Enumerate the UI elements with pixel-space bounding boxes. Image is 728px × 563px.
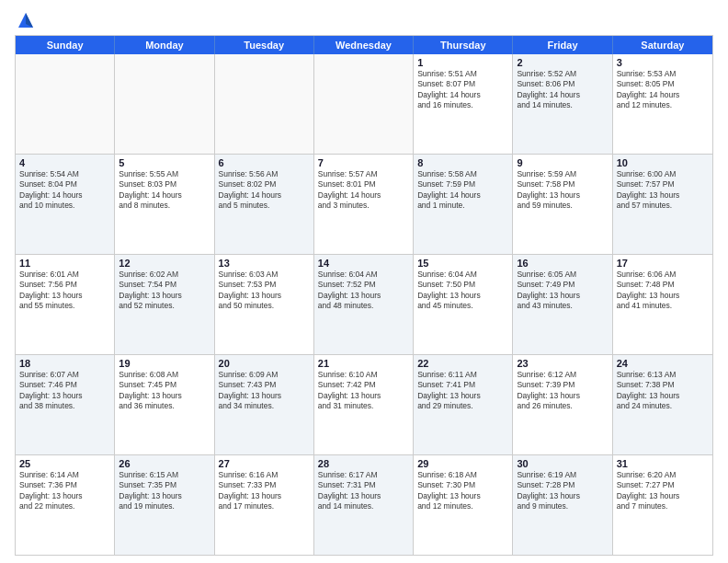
day-cell-18: 18Sunrise: 6:07 AM Sunset: 7:46 PM Dayli…	[16, 355, 115, 454]
day-number: 2	[517, 57, 608, 68]
day-info: Sunrise: 6:05 AM Sunset: 7:49 PM Dayligh…	[517, 270, 608, 312]
day-number: 27	[219, 458, 310, 469]
day-number: 28	[318, 458, 409, 469]
day-cell-6: 6Sunrise: 5:56 AM Sunset: 8:02 PM Daylig…	[215, 155, 314, 254]
day-info: Sunrise: 5:55 AM Sunset: 8:03 PM Dayligh…	[119, 169, 210, 212]
day-cell-10: 10Sunrise: 6:00 AM Sunset: 7:57 PM Dayli…	[613, 155, 712, 254]
day-cell-21: 21Sunrise: 6:10 AM Sunset: 7:42 PM Dayli…	[314, 355, 414, 454]
day-info: Sunrise: 5:54 AM Sunset: 8:04 PM Dayligh…	[19, 169, 110, 212]
day-cell-29: 29Sunrise: 6:18 AM Sunset: 7:30 PM Dayli…	[414, 455, 513, 555]
day-info: Sunrise: 6:18 AM Sunset: 7:30 PM Dayligh…	[417, 470, 508, 512]
day-cell-2: 2Sunrise: 5:52 AM Sunset: 8:06 PM Daylig…	[513, 54, 612, 154]
day-number: 11	[19, 258, 110, 269]
header-tuesday: Tuesday	[215, 36, 314, 54]
day-number: 5	[119, 157, 210, 168]
logo	[15, 11, 35, 29]
day-cell-19: 19Sunrise: 6:08 AM Sunset: 7:45 PM Dayli…	[115, 355, 214, 454]
calendar-row: 1Sunrise: 5:51 AM Sunset: 8:07 PM Daylig…	[16, 54, 712, 155]
header-wednesday: Wednesday	[314, 36, 414, 54]
day-cell-28: 28Sunrise: 6:17 AM Sunset: 7:31 PM Dayli…	[314, 455, 414, 555]
day-info: Sunrise: 6:02 AM Sunset: 7:54 PM Dayligh…	[119, 270, 210, 312]
day-info: Sunrise: 5:52 AM Sunset: 8:06 PM Dayligh…	[517, 69, 608, 111]
day-info: Sunrise: 5:58 AM Sunset: 7:59 PM Dayligh…	[417, 169, 508, 212]
day-number: 10	[617, 157, 709, 168]
day-number: 14	[318, 258, 409, 269]
day-number: 15	[417, 258, 508, 269]
day-info: Sunrise: 6:13 AM Sunset: 7:38 PM Dayligh…	[617, 370, 709, 412]
day-number: 9	[517, 157, 608, 168]
day-number: 30	[517, 458, 608, 469]
day-cell-26: 26Sunrise: 6:15 AM Sunset: 7:35 PM Dayli…	[115, 455, 214, 555]
day-info: Sunrise: 5:57 AM Sunset: 8:01 PM Dayligh…	[318, 169, 409, 212]
header	[15, 11, 713, 29]
calendar-row: 4Sunrise: 5:54 AM Sunset: 8:04 PM Daylig…	[16, 155, 712, 255]
day-number: 22	[417, 358, 508, 369]
day-info: Sunrise: 6:10 AM Sunset: 7:42 PM Dayligh…	[318, 370, 409, 412]
day-info: Sunrise: 6:19 AM Sunset: 7:28 PM Dayligh…	[517, 470, 608, 512]
day-number: 7	[318, 157, 409, 168]
day-info: Sunrise: 6:14 AM Sunset: 7:36 PM Dayligh…	[19, 470, 110, 512]
calendar-row: 25Sunrise: 6:14 AM Sunset: 7:36 PM Dayli…	[16, 455, 712, 555]
day-cell-8: 8Sunrise: 5:58 AM Sunset: 7:59 PM Daylig…	[414, 155, 513, 254]
day-number: 21	[318, 358, 409, 369]
day-info: Sunrise: 6:08 AM Sunset: 7:45 PM Dayligh…	[119, 370, 210, 412]
day-cell-23: 23Sunrise: 6:12 AM Sunset: 7:39 PM Dayli…	[513, 355, 612, 454]
day-info: Sunrise: 5:56 AM Sunset: 8:02 PM Dayligh…	[219, 169, 310, 212]
day-number: 4	[19, 157, 110, 168]
day-cell-25: 25Sunrise: 6:14 AM Sunset: 7:36 PM Dayli…	[16, 455, 115, 555]
day-info: Sunrise: 5:51 AM Sunset: 8:07 PM Dayligh…	[417, 69, 508, 111]
day-number: 19	[119, 358, 210, 369]
calendar-row: 18Sunrise: 6:07 AM Sunset: 7:46 PM Dayli…	[16, 355, 712, 455]
day-number: 24	[617, 358, 709, 369]
day-info: Sunrise: 6:12 AM Sunset: 7:39 PM Dayligh…	[517, 370, 608, 412]
day-number: 8	[417, 157, 508, 168]
day-number: 13	[219, 258, 310, 269]
empty-cell	[215, 54, 314, 154]
day-number: 26	[119, 458, 210, 469]
day-cell-17: 17Sunrise: 6:06 AM Sunset: 7:48 PM Dayli…	[613, 255, 712, 354]
empty-cell	[115, 54, 214, 154]
day-info: Sunrise: 6:06 AM Sunset: 7:48 PM Dayligh…	[617, 270, 709, 312]
header-monday: Monday	[115, 36, 214, 54]
day-number: 20	[219, 358, 310, 369]
day-cell-12: 12Sunrise: 6:02 AM Sunset: 7:54 PM Dayli…	[115, 255, 214, 354]
header-thursday: Thursday	[414, 36, 513, 54]
day-info: Sunrise: 6:04 AM Sunset: 7:52 PM Dayligh…	[318, 270, 409, 312]
day-cell-24: 24Sunrise: 6:13 AM Sunset: 7:38 PM Dayli…	[613, 355, 712, 454]
day-cell-27: 27Sunrise: 6:16 AM Sunset: 7:33 PM Dayli…	[215, 455, 314, 555]
day-cell-1: 1Sunrise: 5:51 AM Sunset: 8:07 PM Daylig…	[414, 54, 513, 154]
day-cell-5: 5Sunrise: 5:55 AM Sunset: 8:03 PM Daylig…	[115, 155, 214, 254]
header-saturday: Saturday	[613, 36, 712, 54]
day-info: Sunrise: 6:00 AM Sunset: 7:57 PM Dayligh…	[617, 169, 709, 212]
day-info: Sunrise: 6:11 AM Sunset: 7:41 PM Dayligh…	[417, 370, 508, 412]
day-info: Sunrise: 6:01 AM Sunset: 7:56 PM Dayligh…	[19, 270, 110, 312]
calendar-header: Sunday Monday Tuesday Wednesday Thursday…	[16, 36, 712, 54]
day-number: 6	[219, 157, 310, 168]
day-cell-16: 16Sunrise: 6:05 AM Sunset: 7:49 PM Dayli…	[513, 255, 612, 354]
day-info: Sunrise: 6:20 AM Sunset: 7:27 PM Dayligh…	[617, 470, 709, 512]
day-number: 25	[19, 458, 110, 469]
day-number: 12	[119, 258, 210, 269]
day-info: Sunrise: 6:07 AM Sunset: 7:46 PM Dayligh…	[19, 370, 110, 412]
day-number: 31	[617, 458, 709, 469]
day-info: Sunrise: 6:03 AM Sunset: 7:53 PM Dayligh…	[219, 270, 310, 312]
calendar-row: 11Sunrise: 6:01 AM Sunset: 7:56 PM Dayli…	[16, 255, 712, 355]
day-cell-15: 15Sunrise: 6:04 AM Sunset: 7:50 PM Dayli…	[414, 255, 513, 354]
day-info: Sunrise: 6:04 AM Sunset: 7:50 PM Dayligh…	[417, 270, 508, 312]
day-number: 29	[417, 458, 508, 469]
calendar: Sunday Monday Tuesday Wednesday Thursday…	[15, 35, 713, 556]
day-cell-3: 3Sunrise: 5:53 AM Sunset: 8:05 PM Daylig…	[613, 54, 712, 154]
day-cell-9: 9Sunrise: 5:59 AM Sunset: 7:58 PM Daylig…	[513, 155, 612, 254]
header-friday: Friday	[513, 36, 612, 54]
day-info: Sunrise: 6:17 AM Sunset: 7:31 PM Dayligh…	[318, 470, 409, 512]
day-cell-13: 13Sunrise: 6:03 AM Sunset: 7:53 PM Dayli…	[215, 255, 314, 354]
day-number: 17	[617, 258, 709, 269]
day-cell-11: 11Sunrise: 6:01 AM Sunset: 7:56 PM Dayli…	[16, 255, 115, 354]
day-info: Sunrise: 6:16 AM Sunset: 7:33 PM Dayligh…	[219, 470, 310, 512]
day-cell-30: 30Sunrise: 6:19 AM Sunset: 7:28 PM Dayli…	[513, 455, 612, 555]
day-number: 23	[517, 358, 608, 369]
empty-cell	[16, 54, 115, 154]
calendar-body: 1Sunrise: 5:51 AM Sunset: 8:07 PM Daylig…	[16, 54, 712, 555]
logo-icon	[17, 11, 35, 29]
day-cell-20: 20Sunrise: 6:09 AM Sunset: 7:43 PM Dayli…	[215, 355, 314, 454]
